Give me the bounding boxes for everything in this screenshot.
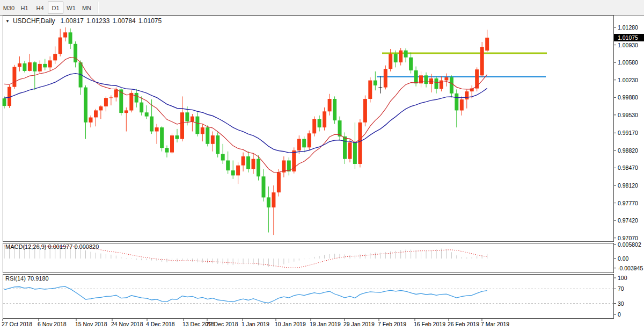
symbol-label: USDCHF,Daily bbox=[13, 17, 55, 25]
date-axis-label: 27 Oct 2018 bbox=[2, 321, 32, 327]
price-axis-label: 1.00230 bbox=[618, 77, 638, 83]
timeframe-button-m30[interactable]: M30 bbox=[1, 2, 17, 13]
quote-close: 1.01075 bbox=[138, 17, 162, 25]
mt4-window: M30H1H4D1W1MN ▼USDCHF,Daily1.008171.0123… bbox=[0, 0, 644, 330]
macd-label: MACD(12,26,9) 0.001977 0.000820 bbox=[5, 243, 99, 250]
date-axis-label: 10 Jan 2019 bbox=[275, 321, 306, 327]
price-chart-pane[interactable] bbox=[3, 15, 614, 242]
date-axis-label: 7 Feb 2019 bbox=[378, 321, 406, 327]
price-axis-label: 1.01280 bbox=[618, 24, 638, 31]
date-axis-label: 1 Jan 2019 bbox=[241, 321, 269, 327]
symbol-dropdown-icon[interactable]: ▼ bbox=[5, 19, 10, 24]
rsi-axis-label: 70 bbox=[618, 285, 624, 292]
price-axis-label: 0.98120 bbox=[618, 182, 638, 189]
rsi-pane[interactable] bbox=[3, 274, 614, 319]
macd-axis-label: 0.00 bbox=[618, 255, 628, 262]
timeframe-button-d1[interactable]: D1 bbox=[48, 2, 63, 13]
quote-low: 1.00784 bbox=[112, 17, 135, 25]
rsi-axis-label: 100 bbox=[618, 275, 627, 281]
price-axis-label: 0.98820 bbox=[618, 147, 638, 154]
timeframe-button-mn[interactable]: MN bbox=[79, 2, 94, 13]
date-axis-label: 19 Jan 2019 bbox=[310, 321, 341, 327]
macd-axis-label: 0.005802 bbox=[618, 241, 641, 248]
price-axis-label: 1.00930 bbox=[618, 42, 638, 48]
date-axis-label: 15 Nov 2018 bbox=[75, 321, 107, 327]
timeframe-toolbar: M30H1H4D1W1MN bbox=[0, 0, 644, 15]
date-axis-label: 22 Dec 2018 bbox=[206, 321, 238, 327]
price-axis-label: 1.00580 bbox=[618, 59, 638, 66]
timeframe-button-w1[interactable]: W1 bbox=[63, 2, 79, 13]
price-axis-label: 0.99170 bbox=[618, 130, 638, 136]
toolbar-separator bbox=[98, 2, 99, 13]
date-axis-label: 24 Nov 2018 bbox=[111, 321, 143, 327]
macd-axis-label: -0.003945 bbox=[618, 265, 643, 271]
price-axis-label: 0.98470 bbox=[618, 164, 638, 171]
date-axis-label: 29 Jan 2019 bbox=[343, 321, 375, 327]
price-axis-label: 0.97070 bbox=[618, 235, 638, 241]
date-axis-label: 4 Dec 2018 bbox=[146, 321, 175, 327]
price-axis-label: 0.97420 bbox=[618, 217, 638, 224]
rsi-axis-label: 0 bbox=[618, 311, 621, 318]
quote-open: 1.00817 bbox=[61, 17, 84, 25]
chart-title: ▼USDCHF,Daily1.008171.012331.007841.0107… bbox=[5, 17, 164, 25]
date-axis-label: 7 Mar 2019 bbox=[481, 321, 509, 327]
timeframe-button-h1[interactable]: H1 bbox=[17, 2, 32, 13]
date-axis-label: 16 Feb 2019 bbox=[414, 321, 445, 327]
current-price-box: 1.01075 bbox=[614, 34, 644, 41]
date-axis-label: 6 Nov 2018 bbox=[38, 321, 67, 327]
quote-high: 1.01233 bbox=[86, 17, 109, 25]
price-axis-label: 0.99880 bbox=[618, 94, 638, 101]
rsi-axis-label: 30 bbox=[618, 300, 624, 307]
rsi-label: RSI(14) 70.9180 bbox=[5, 275, 49, 282]
date-axis-label: 26 Feb 2019 bbox=[448, 321, 479, 327]
timeframe-button-h4[interactable]: H4 bbox=[32, 2, 48, 13]
price-axis-label: 0.99530 bbox=[618, 112, 638, 118]
price-axis-label: 0.97770 bbox=[618, 200, 638, 206]
